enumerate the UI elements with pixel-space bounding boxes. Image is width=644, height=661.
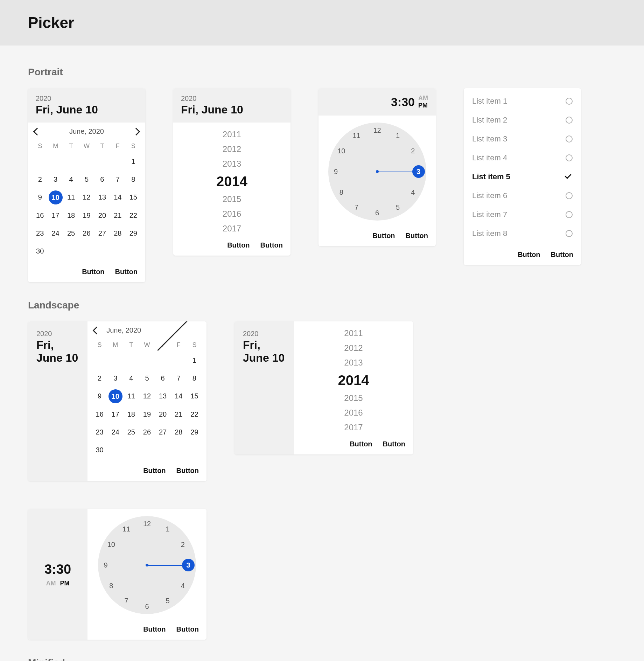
footer-button-1[interactable]: Button	[350, 440, 372, 448]
clock-hour[interactable]: 12	[372, 125, 383, 135]
clock-hour[interactable]: 9	[331, 166, 341, 177]
footer-button-1[interactable]: Button	[518, 251, 540, 259]
day-cell[interactable]: 19	[79, 207, 94, 224]
day-cell[interactable]: 19	[139, 405, 155, 423]
year-option[interactable]: 2015	[344, 393, 363, 403]
am-option[interactable]: AM	[46, 580, 56, 587]
header-date[interactable]: Fri, June 10	[243, 339, 286, 364]
day-cell[interactable]: 2	[92, 369, 107, 387]
day-cell[interactable]: 13	[94, 188, 110, 207]
clock-hour[interactable]: 5	[162, 596, 173, 606]
day-cell[interactable]: 14	[171, 387, 187, 405]
day-cell[interactable]: 15	[126, 188, 141, 207]
day-cell[interactable]: 1	[187, 352, 202, 369]
day-cell[interactable]: 25	[123, 423, 139, 441]
clock-time[interactable]: 3:30	[391, 95, 415, 109]
day-cell[interactable]: 10	[49, 190, 63, 204]
clock-hour[interactable]: 11	[351, 131, 362, 141]
footer-button-2[interactable]: Button	[176, 625, 199, 633]
year-option[interactable]: 2011	[223, 130, 241, 139]
clock-hour[interactable]: 1	[393, 131, 403, 141]
footer-button-2[interactable]: Button	[260, 241, 283, 249]
day-cell[interactable]: 24	[107, 423, 123, 441]
footer-button-1[interactable]: Button	[227, 241, 250, 249]
year-option[interactable]: 2012	[223, 144, 241, 154]
footer-button-1[interactable]: Button	[143, 467, 166, 475]
clock-hour[interactable]: 4	[408, 187, 418, 197]
day-cell[interactable]: 16	[92, 405, 107, 423]
list-item[interactable]: List item 1	[464, 92, 581, 111]
header-date[interactable]: Fri, June 10	[36, 103, 138, 116]
footer-button-1[interactable]: Button	[143, 625, 166, 633]
clock-hour[interactable]: 11	[121, 524, 132, 535]
footer-button-1[interactable]: Button	[372, 232, 395, 240]
clock-hour[interactable]: 7	[351, 202, 362, 213]
year-option[interactable]: 2012	[344, 343, 363, 353]
clock-hour[interactable]: 10	[106, 539, 117, 550]
header-year[interactable]: 2020	[36, 95, 138, 103]
footer-button-2[interactable]: Button	[406, 232, 428, 240]
day-cell[interactable]: 8	[187, 369, 202, 387]
list-item[interactable]: List item 6	[464, 186, 581, 205]
day-cell[interactable]: 11	[123, 387, 139, 405]
clock-hour[interactable]: 8	[106, 580, 117, 591]
day-cell[interactable]: 3	[48, 171, 63, 188]
footer-button-2[interactable]: Button	[176, 467, 199, 475]
year-option[interactable]: 2017	[344, 423, 363, 432]
footer-button-1[interactable]: Button	[82, 268, 104, 276]
clock-hour[interactable]: 10	[336, 146, 346, 156]
day-cell[interactable]: 26	[79, 224, 94, 242]
header-year[interactable]: 2020	[181, 95, 283, 103]
day-cell[interactable]: 4	[63, 171, 79, 188]
day-cell[interactable]: 11	[63, 188, 79, 207]
day-cell[interactable]: 26	[139, 423, 155, 441]
clock-face[interactable]: 123456789101112	[328, 123, 426, 221]
day-cell[interactable]: 12	[79, 188, 94, 207]
clock-hour[interactable]: 12	[142, 519, 152, 529]
list-item[interactable]: List item 5	[464, 167, 581, 186]
day-cell[interactable]: 9	[92, 387, 107, 405]
am-option[interactable]: AM	[418, 95, 428, 102]
clock-hour[interactable]: 8	[336, 187, 346, 197]
day-cell[interactable]: 3	[107, 369, 123, 387]
clock-hour[interactable]: 1	[162, 524, 173, 535]
clock-hour[interactable]: 2	[177, 539, 188, 550]
day-cell[interactable]: 12	[139, 387, 155, 405]
day-cell[interactable]: 7	[110, 171, 125, 188]
list-item[interactable]: List item 2	[464, 111, 581, 130]
year-option[interactable]: 2014	[216, 174, 247, 189]
clock-hour[interactable]: 5	[393, 202, 403, 213]
day-cell[interactable]: 5	[79, 171, 94, 188]
year-option[interactable]: 2015	[223, 194, 241, 204]
day-cell[interactable]: 8	[126, 171, 141, 188]
day-cell[interactable]: 10	[108, 389, 122, 403]
day-cell[interactable]: 27	[155, 423, 171, 441]
day-cell[interactable]: 1	[126, 153, 141, 171]
year-option[interactable]: 2016	[223, 209, 241, 219]
day-cell[interactable]: 30	[32, 242, 48, 260]
footer-button-2[interactable]: Button	[115, 268, 138, 276]
day-cell[interactable]: 29	[126, 224, 141, 242]
footer-button-2[interactable]: Button	[383, 440, 405, 448]
day-cell[interactable]: 21	[171, 405, 187, 423]
list-item[interactable]: List item 8	[464, 224, 581, 243]
day-cell[interactable]: 24	[48, 224, 63, 242]
header-date[interactable]: Fri, June 10	[36, 339, 79, 364]
list-item[interactable]: List item 3	[464, 130, 581, 148]
day-cell[interactable]: 7	[171, 369, 187, 387]
day-cell[interactable]: 6	[94, 171, 110, 188]
day-cell[interactable]: 28	[171, 423, 187, 441]
clock-face[interactable]: 123456789101112	[98, 516, 196, 614]
year-option[interactable]: 2016	[344, 408, 363, 418]
day-cell[interactable]: 21	[110, 207, 125, 224]
day-cell[interactable]: 2	[32, 171, 48, 188]
clock-hour[interactable]: 3	[182, 559, 195, 571]
clock-hour[interactable]: 3	[412, 165, 425, 178]
day-cell[interactable]: 23	[92, 423, 107, 441]
day-cell[interactable]: 17	[48, 207, 63, 224]
pm-option[interactable]: PM	[60, 580, 70, 587]
day-cell[interactable]: 15	[187, 387, 202, 405]
day-cell[interactable]: 6	[155, 369, 171, 387]
year-option[interactable]: 2017	[223, 224, 241, 234]
footer-button-2[interactable]: Button	[551, 251, 573, 259]
